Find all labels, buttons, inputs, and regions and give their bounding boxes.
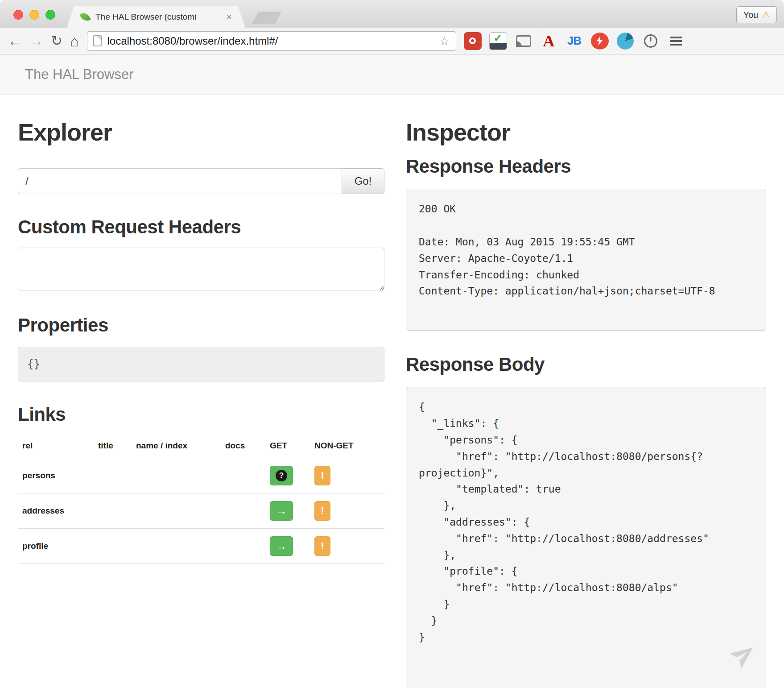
exclamation-icon: ! (321, 506, 324, 516)
tab-strip: The HAL Browser (customi × You ⚠ (0, 0, 784, 28)
link-title (94, 528, 132, 564)
fullscreen-window-button[interactable] (45, 10, 55, 20)
link-name-index (132, 493, 221, 528)
properties-value: {} (18, 347, 384, 381)
forward-button[interactable]: → (29, 34, 43, 48)
browser-tab[interactable]: The HAL Browser (customi × (67, 6, 245, 28)
back-button[interactable]: ← (8, 34, 22, 48)
exclamation-icon: ! (321, 471, 324, 481)
explorer-title: Explorer (18, 120, 384, 145)
explorer-panel: Explorer Go! Custom Request Headers Prop… (18, 95, 384, 688)
checklist-extension-icon[interactable]: ✓ (489, 32, 507, 50)
arrow-right-icon: → (276, 541, 287, 551)
keyhole-ring-icon (469, 37, 476, 44)
profile-button[interactable]: You ⚠ (736, 6, 777, 23)
stopwatch-icon (644, 34, 657, 48)
link-title (94, 493, 132, 528)
browser-chrome: The HAL Browser (customi × You ⚠ ← → ↻ ⌂… (0, 0, 784, 54)
col-header-get: GET (265, 434, 310, 458)
address-bar[interactable]: localhost:8080/browser/index.html#/ ☆ (87, 31, 456, 51)
acrobat-extension-icon[interactable]: A (540, 32, 558, 50)
site-brand[interactable]: The HAL Browser (25, 66, 134, 83)
table-row: profile → ! (18, 528, 384, 564)
page-icon (93, 35, 102, 46)
pie-circle-icon (617, 33, 634, 50)
explorer-address-form: Go! (18, 168, 384, 194)
window-controls (13, 10, 55, 20)
jb-letters-icon: JB (567, 34, 581, 48)
minimize-window-button[interactable] (29, 10, 39, 20)
site-navbar: The HAL Browser (0, 54, 784, 95)
bookmark-star-icon[interactable]: ☆ (439, 34, 450, 48)
link-rel: addresses (18, 493, 94, 528)
link-name-index (132, 458, 221, 493)
profile-label: You (743, 10, 758, 20)
lightning-icon (597, 37, 603, 46)
cast-screen-icon (516, 35, 531, 47)
checkmark-icon: ✓ (493, 33, 502, 43)
timer-extension-icon[interactable] (642, 32, 660, 50)
exclamation-icon: ! (321, 541, 324, 551)
link-name-index (132, 528, 221, 564)
link-rel: profile (18, 528, 94, 564)
reload-button[interactable]: ↻ (51, 34, 62, 48)
close-window-button[interactable] (13, 10, 23, 20)
response-body: { "_links": { "persons": { "href": "http… (406, 387, 766, 688)
col-header-title: title (94, 434, 132, 458)
letter-a-icon: A (543, 32, 555, 50)
link-title (94, 458, 132, 493)
response-headers-title: Response Headers (406, 157, 766, 176)
response-body-title: Response Body (406, 355, 766, 374)
non-get-button[interactable]: ! (314, 466, 330, 485)
explorer-address-input[interactable] (18, 168, 342, 194)
warning-icon: ⚠ (762, 10, 770, 20)
arrow-right-icon: → (276, 506, 287, 516)
get-button[interactable]: → (270, 536, 293, 556)
pie-extension-icon[interactable] (616, 32, 634, 50)
inspector-panel: Inspector Response Headers 200 OK Date: … (406, 95, 766, 688)
inspector-title: Inspector (406, 120, 766, 145)
home-button[interactable]: ⌂ (70, 33, 79, 49)
properties-title: Properties (18, 315, 384, 335)
url-text[interactable]: localhost:8080/browser/index.html#/ (107, 35, 433, 47)
table-row: addresses → ! (18, 493, 384, 528)
jb-extension-icon[interactable]: JB (565, 32, 583, 50)
main-content: Explorer Go! Custom Request Headers Prop… (0, 95, 784, 688)
custom-headers-title: Custom Request Headers (18, 217, 384, 237)
response-body-container: { "_links": { "persons": { "href": "http… (406, 387, 766, 688)
bolt-extension-icon[interactable] (591, 33, 609, 50)
non-get-button[interactable]: ! (314, 536, 330, 556)
link-docs (221, 458, 265, 493)
get-button[interactable]: → (270, 501, 293, 521)
get-button[interactable]: ? (270, 466, 293, 485)
col-header-name: name / index (132, 434, 221, 458)
new-tab-button[interactable] (252, 12, 282, 24)
hamburger-icon (670, 37, 682, 46)
browser-toolbar: ← → ↻ ⌂ localhost:8080/browser/index.htm… (0, 28, 784, 54)
question-icon: ? (276, 470, 287, 481)
links-table-header-row: rel title name / index docs GET NON-GET (18, 434, 384, 458)
col-header-docs: docs (221, 434, 265, 458)
link-rel: persons (18, 458, 94, 493)
non-get-button[interactable]: ! (314, 501, 330, 521)
tab-title: The HAL Browser (customi (95, 12, 219, 22)
link-docs (221, 528, 265, 564)
col-header-rel: rel (18, 434, 94, 458)
response-headers: 200 OK Date: Mon, 03 Aug 2015 19:55:45 G… (406, 189, 766, 331)
link-docs (221, 493, 265, 528)
custom-headers-textarea[interactable] (18, 248, 384, 290)
menu-button[interactable] (667, 32, 685, 50)
go-button[interactable]: Go! (342, 168, 384, 194)
links-title: Links (18, 405, 384, 424)
col-header-nonget: NON-GET (310, 434, 384, 458)
spring-leaf-favicon-icon (80, 12, 90, 22)
tab-close-icon[interactable]: × (226, 12, 232, 22)
links-table: rel title name / index docs GET NON-GET … (18, 434, 384, 564)
table-row: persons ? ! (18, 458, 384, 493)
cast-extension-icon[interactable] (515, 32, 532, 50)
password-extension-icon[interactable] (464, 32, 482, 50)
